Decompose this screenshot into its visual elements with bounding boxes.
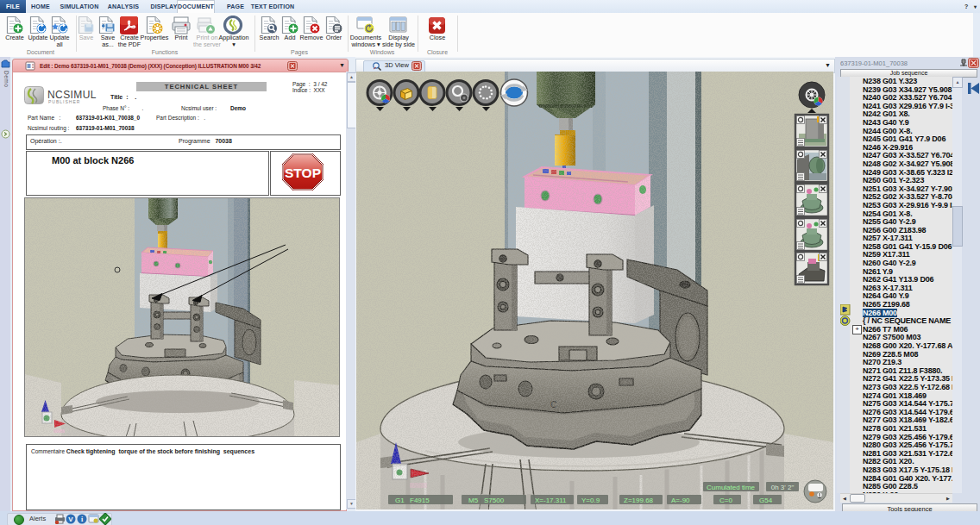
svg-text:G54: G54 bbox=[759, 497, 773, 504]
svg-text:Y=0.9: Y=0.9 bbox=[581, 497, 600, 504]
svg-text:Z=199.68: Z=199.68 bbox=[624, 497, 654, 504]
svg-text:0h 3' 2": 0h 3' 2" bbox=[771, 484, 795, 491]
svg-text:F4915: F4915 bbox=[410, 497, 430, 504]
svg-text:M5: M5 bbox=[468, 497, 479, 504]
svg-text:G1: G1 bbox=[395, 497, 405, 504]
svg-text:STOP: STOP bbox=[285, 166, 321, 180]
svg-text:S7500: S7500 bbox=[484, 497, 505, 504]
svg-text:A=-90: A=-90 bbox=[671, 497, 690, 504]
svg-text:X=-17.311: X=-17.311 bbox=[535, 497, 567, 504]
svg-text:Cumulated time: Cumulated time bbox=[707, 484, 756, 491]
svg-text:C=0: C=0 bbox=[719, 497, 732, 504]
svg-text:V: V bbox=[68, 516, 73, 523]
